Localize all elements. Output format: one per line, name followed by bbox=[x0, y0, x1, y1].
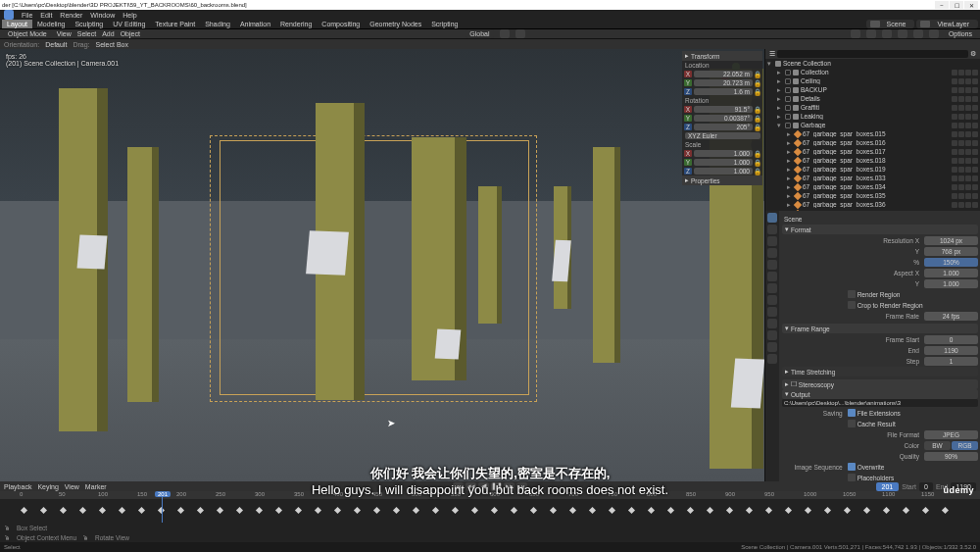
tab-texturepaint[interactable]: Texture Paint bbox=[150, 20, 200, 28]
section-timestretch[interactable]: ▸ Time Stretching bbox=[782, 367, 978, 376]
tl-menu-view[interactable]: View bbox=[65, 483, 79, 490]
frame-start-input[interactable]: 0 bbox=[924, 335, 978, 344]
loc-y[interactable]: 20.723 m bbox=[694, 79, 753, 86]
scale-z[interactable]: 1.000 bbox=[694, 168, 753, 175]
outliner-collection[interactable]: ▸Details bbox=[765, 94, 980, 103]
menu-file[interactable]: File bbox=[22, 12, 32, 19]
loc-x[interactable]: 22.052 m bbox=[694, 71, 753, 77]
mode-selector[interactable]: Object Mode bbox=[4, 29, 51, 38]
quality-input[interactable]: 90% bbox=[924, 452, 978, 461]
output-path[interactable]: C:\Users\pc\Desktop\...\blender\animatio… bbox=[782, 399, 978, 407]
tl-menu-playback[interactable]: Playback bbox=[4, 483, 31, 490]
tab-viewlayer-icon[interactable] bbox=[767, 236, 777, 246]
snap-toggle[interactable] bbox=[500, 29, 510, 38]
lock-icon[interactable]: 🔒 bbox=[754, 71, 760, 78]
outliner-collection[interactable]: ▸BACKUP bbox=[765, 85, 980, 94]
shading-rendered[interactable] bbox=[929, 29, 939, 38]
shading-solid[interactable] bbox=[898, 29, 907, 38]
outliner-item[interactable]: ▸67_garbage_spar_boxes.016 bbox=[765, 138, 980, 147]
tab-compositing[interactable]: Compositing bbox=[317, 20, 365, 28]
framerate-input[interactable]: 24 fps bbox=[924, 312, 978, 321]
aspect-x-input[interactable]: 1.000 bbox=[924, 269, 978, 277]
tab-geonodes[interactable]: Geometry Nodes bbox=[365, 20, 426, 28]
section-format[interactable]: ▾ Format bbox=[782, 225, 978, 234]
tab-world-icon[interactable] bbox=[767, 260, 777, 270]
fileext-check[interactable] bbox=[848, 409, 856, 417]
drag-value[interactable]: Select Box bbox=[96, 41, 128, 48]
scale-x[interactable]: 1.000 bbox=[694, 150, 753, 157]
shading-wire[interactable] bbox=[882, 29, 892, 38]
res-pct-input[interactable]: 150% bbox=[924, 258, 978, 267]
section-stereo[interactable]: ▸ ☐ Stereoscopy bbox=[782, 379, 978, 389]
section-framerange[interactable]: ▾ Frame Range bbox=[782, 324, 978, 333]
res-x-input[interactable]: 1024 px bbox=[924, 236, 978, 245]
vp-menu-view[interactable]: View bbox=[57, 30, 72, 37]
tl-menu-keying[interactable]: Keying bbox=[37, 483, 58, 490]
tab-scripting[interactable]: Scripting bbox=[426, 20, 463, 28]
properties-header[interactable]: ▸ Properties bbox=[682, 176, 762, 185]
outliner-item[interactable]: ▸67_garbage_spar_boxes.036 bbox=[765, 200, 980, 209]
tab-constraint-icon[interactable] bbox=[767, 319, 777, 328]
outliner-collection[interactable]: ▸Graffiti bbox=[765, 103, 980, 112]
menu-window[interactable]: Window bbox=[90, 12, 115, 19]
current-frame[interactable]: 201 bbox=[876, 482, 900, 491]
res-y-input[interactable]: 768 px bbox=[924, 247, 978, 256]
maximize-button[interactable]: ☐ bbox=[950, 1, 963, 9]
tab-modifier-icon[interactable] bbox=[767, 283, 777, 293]
tab-layout[interactable]: Layout bbox=[2, 20, 32, 28]
orientation-value[interactable]: Default bbox=[45, 41, 67, 48]
tab-particle-icon[interactable] bbox=[767, 295, 777, 305]
vp-menu-object[interactable]: Object bbox=[121, 30, 140, 37]
outliner-item[interactable]: ▸67_garbage_spar_boxes.015 bbox=[765, 129, 980, 138]
outliner-item[interactable]: ▸67_garbage_spar_boxes.017 bbox=[765, 147, 980, 156]
vp-menu-select[interactable]: Select bbox=[77, 30, 96, 37]
tab-material-icon[interactable] bbox=[767, 342, 777, 352]
tab-uv[interactable]: UV Editing bbox=[108, 20, 150, 28]
viewport-canvas[interactable]: fps: 26 (201) Scene Collection | Camera.… bbox=[0, 49, 764, 481]
frame-step-input[interactable]: 1 bbox=[924, 357, 978, 366]
outliner-collection[interactable]: ▸Leaking bbox=[765, 112, 980, 121]
outliner-root[interactable]: ▾Scene Collection bbox=[765, 59, 980, 68]
render-region-check[interactable] bbox=[848, 290, 856, 298]
overlays-toggle[interactable] bbox=[851, 29, 860, 38]
tab-rendering[interactable]: Rendering bbox=[275, 20, 317, 28]
outliner-collection[interactable]: ▾Garbage bbox=[765, 121, 980, 129]
scene-selector[interactable]: Scene bbox=[866, 20, 915, 28]
timeline-track[interactable] bbox=[0, 503, 980, 517]
menu-help[interactable]: Help bbox=[122, 12, 136, 19]
tab-render-icon[interactable] bbox=[767, 213, 777, 223]
scale-y[interactable]: 1.000 bbox=[694, 159, 753, 166]
menu-edit[interactable]: Edit bbox=[40, 12, 52, 19]
transform-orient[interactable]: Global bbox=[466, 29, 493, 38]
tab-modeling[interactable]: Modeling bbox=[32, 20, 70, 28]
loc-z[interactable]: 1.6 m bbox=[694, 88, 753, 95]
tab-data-icon[interactable] bbox=[767, 330, 777, 340]
transform-header[interactable]: ▸ Transform bbox=[682, 51, 762, 61]
outliner-item[interactable]: ▸67_garbage_spar_boxes.018 bbox=[765, 156, 980, 165]
properties-body[interactable]: Scene ▾ Format Resolution X1024 px Y768 … bbox=[779, 211, 980, 481]
tab-physics-icon[interactable] bbox=[767, 307, 777, 317]
outliner-item[interactable]: ▸67_garbage_spar_boxes.034 bbox=[765, 182, 980, 191]
outliner-collection[interactable]: ▸Collection bbox=[765, 68, 980, 76]
minimize-button[interactable]: − bbox=[935, 1, 949, 9]
proportional-toggle[interactable] bbox=[515, 29, 525, 38]
tab-animation[interactable]: Animation bbox=[235, 20, 275, 28]
tab-shading[interactable]: Shading bbox=[200, 20, 235, 28]
outliner-item[interactable]: ▸67_garbage_spar_boxes.035 bbox=[765, 191, 980, 200]
placeholders-check[interactable] bbox=[848, 474, 856, 481]
cache-check[interactable] bbox=[848, 420, 856, 427]
tab-scene-icon[interactable] bbox=[767, 248, 777, 258]
outliner-collection[interactable]: ▸Ceiling bbox=[765, 76, 980, 85]
xray-toggle[interactable] bbox=[866, 29, 876, 38]
outliner[interactable]: ☰ ⚙ ▾Scene Collection ▸Collection ▸Ceili… bbox=[765, 49, 980, 211]
start-frame[interactable]: 0 bbox=[919, 482, 933, 491]
frame-end-input[interactable]: 1190 bbox=[924, 346, 978, 355]
rot-y[interactable]: 0.00387° bbox=[694, 115, 753, 122]
rot-x[interactable]: 91.5° bbox=[694, 106, 753, 113]
menu-render[interactable]: Render bbox=[60, 12, 82, 19]
tab-sculpting[interactable]: Sculpting bbox=[70, 20, 108, 28]
crop-check[interactable] bbox=[848, 301, 856, 309]
vp-menu-add[interactable]: Add bbox=[102, 30, 114, 37]
filter-icon[interactable]: ⚙ bbox=[970, 50, 976, 58]
close-button[interactable]: ✕ bbox=[964, 1, 978, 9]
